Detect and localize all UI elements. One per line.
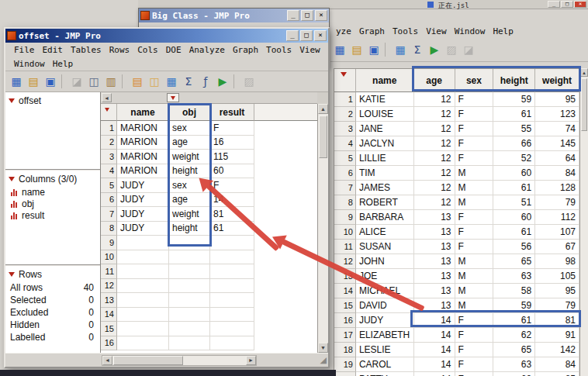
minimize-button[interactable]: _ xyxy=(287,10,299,21)
open-icon[interactable]: ▤ xyxy=(349,42,365,57)
cell-sex[interactable]: M xyxy=(455,269,494,284)
scroll-right-button[interactable]: ► xyxy=(246,356,256,365)
cell-name[interactable]: JUDY xyxy=(356,313,414,328)
cell-age[interactable]: 13 xyxy=(414,210,455,225)
minimize-button[interactable]: _ xyxy=(548,1,560,8)
row-number[interactable]: 5 xyxy=(334,151,356,166)
menu-tools[interactable]: Tools xyxy=(262,45,296,55)
paste-icon[interactable]: ▥ xyxy=(103,74,119,89)
cell-age[interactable]: 13 xyxy=(414,284,455,298)
cell-obj[interactable] xyxy=(169,279,210,294)
menu-file[interactable]: File xyxy=(10,45,39,55)
cell-name[interactable]: KATIE xyxy=(356,92,414,107)
cell-name[interactable]: JANE xyxy=(356,122,414,136)
cell-height[interactable]: 62 xyxy=(493,328,535,343)
cell-weight[interactable]: 79 xyxy=(535,298,579,313)
cell-height[interactable]: 56 xyxy=(493,240,535,254)
cell-result[interactable]: 115 xyxy=(210,150,254,164)
cell-weight[interactable]: 67 xyxy=(535,240,579,254)
cell-height[interactable]: 62 xyxy=(493,372,535,376)
cell-name[interactable] xyxy=(117,279,169,294)
minimize-button[interactable]: _ xyxy=(286,30,299,41)
row-number[interactable]: 19 xyxy=(334,357,356,372)
cell-result[interactable]: F xyxy=(210,178,254,193)
row-number[interactable]: 16 xyxy=(334,313,356,328)
summary-icon[interactable]: Σ xyxy=(181,74,196,89)
menu-window[interactable]: Window xyxy=(10,59,49,69)
cell-obj[interactable]: sex xyxy=(169,121,210,136)
cell-obj[interactable]: height xyxy=(169,222,210,236)
column-header-age[interactable]: age xyxy=(414,69,455,92)
row-number[interactable]: 12 xyxy=(101,279,117,294)
cell-name[interactable]: CAROL xyxy=(356,357,414,372)
cell-height[interactable]: 55 xyxy=(493,122,535,136)
columns-red-triangle-button[interactable] xyxy=(167,93,179,102)
cell-weight[interactable]: 84 xyxy=(535,166,579,181)
menu-edit[interactable]: Edit xyxy=(39,45,67,55)
scroll-up-button[interactable]: ▲ xyxy=(318,104,328,114)
cell-result[interactable] xyxy=(210,264,254,279)
cell-name[interactable]: JAMES xyxy=(356,181,414,195)
cell-weight[interactable]: 142 xyxy=(535,343,579,357)
cell-sex[interactable]: F xyxy=(455,240,494,254)
cell-name[interactable]: MICHAEL xyxy=(356,284,414,298)
cell-result[interactable] xyxy=(210,279,254,294)
menu-doe[interactable]: DOE xyxy=(162,45,185,55)
cell-name[interactable]: DAVID xyxy=(356,298,414,313)
cell-sex[interactable]: F xyxy=(455,343,494,357)
cell-obj[interactable]: age xyxy=(169,136,210,150)
close-button[interactable]: × xyxy=(574,1,586,8)
cell-name[interactable]: MARION xyxy=(117,121,169,136)
row-number[interactable]: 20 xyxy=(334,372,356,376)
journal-icon[interactable]: ▤ xyxy=(130,74,145,89)
cell-result[interactable]: 60 xyxy=(210,164,254,179)
cell-height[interactable]: 61 xyxy=(493,181,535,195)
close-button[interactable]: × xyxy=(315,10,327,21)
cell-result[interactable] xyxy=(210,236,254,250)
cell-weight[interactable]: 95 xyxy=(535,92,579,107)
run-script-icon[interactable]: ▶ xyxy=(427,42,442,57)
cell-obj[interactable] xyxy=(169,336,210,351)
row-number[interactable]: 6 xyxy=(101,193,117,208)
cell-name[interactable] xyxy=(117,308,169,323)
row-number[interactable]: 13 xyxy=(101,293,117,308)
cell-name[interactable]: MARION xyxy=(117,136,169,150)
column-header-weight[interactable]: weight xyxy=(535,69,579,92)
row-number[interactable]: 3 xyxy=(101,150,117,164)
cell-name[interactable]: JOHN xyxy=(356,254,414,269)
row-number[interactable]: 3 xyxy=(334,122,356,136)
row-number[interactable]: 14 xyxy=(101,308,117,323)
cell-name[interactable]: JUDY xyxy=(117,178,169,193)
cell-age[interactable]: 12 xyxy=(414,107,455,122)
layout-icon[interactable]: ◫ xyxy=(147,74,162,89)
row-number[interactable]: 2 xyxy=(101,136,117,150)
cell-sex[interactable]: F xyxy=(455,210,494,225)
column-header-name[interactable]: name xyxy=(356,69,414,92)
cell-sex[interactable]: M xyxy=(455,195,494,210)
cell-sex[interactable]: F xyxy=(455,107,494,122)
cell-weight[interactable]: 105 xyxy=(535,269,579,284)
cell-age[interactable]: 14 xyxy=(414,372,455,376)
cell-result[interactable]: 16 xyxy=(210,136,254,150)
row-number[interactable]: 1 xyxy=(101,121,117,136)
menu-graph[interactable]: Graph xyxy=(229,45,262,55)
cell-result[interactable] xyxy=(210,336,254,351)
cell-weight[interactable]: 74 xyxy=(535,122,579,136)
cell-name[interactable]: LESLIE xyxy=(356,343,414,357)
cell-height[interactable]: 65 xyxy=(493,343,535,357)
menu-help[interactable]: Help xyxy=(489,26,517,36)
menu-rows[interactable]: Rows xyxy=(105,45,134,55)
cell-sex[interactable]: M xyxy=(455,298,494,313)
scrollbar-thumb[interactable] xyxy=(113,356,183,365)
cell-sex[interactable]: F xyxy=(455,136,494,151)
cell-result[interactable] xyxy=(210,322,254,336)
row-number[interactable]: 4 xyxy=(334,136,356,151)
row-number[interactable]: 14 xyxy=(334,284,356,298)
cell-height[interactable]: 61 xyxy=(493,107,535,122)
cell-sex[interactable]: F xyxy=(455,122,494,136)
cell-name[interactable]: TIM xyxy=(356,166,414,181)
cell-height[interactable]: 60 xyxy=(493,210,535,225)
cell-sex[interactable]: F xyxy=(455,151,494,166)
cell-height[interactable]: 52 xyxy=(493,151,535,166)
close-button[interactable]: × xyxy=(314,30,327,41)
